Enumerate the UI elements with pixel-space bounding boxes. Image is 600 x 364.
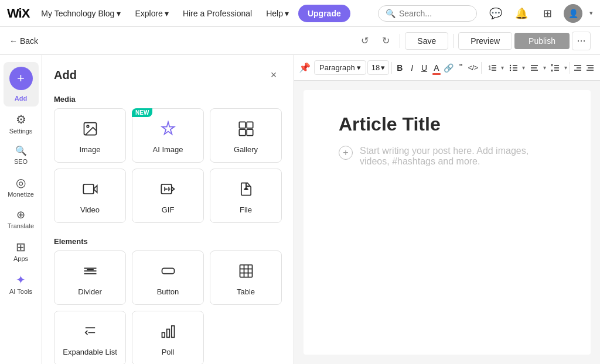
media-card-expandable-list[interactable]: Expandable List bbox=[54, 311, 126, 364]
italic-button[interactable]: I bbox=[407, 60, 418, 76]
divider bbox=[570, 62, 570, 74]
bell-icon[interactable]: 🔔 bbox=[512, 4, 531, 23]
redo-button[interactable]: ↻ bbox=[376, 32, 395, 50]
media-card-gallery[interactable]: Gallery bbox=[210, 108, 282, 163]
search-icon: 🔍 bbox=[386, 9, 396, 18]
site-name-dropdown[interactable]: My Technology Blog ▾ bbox=[36, 6, 125, 20]
nav-explore[interactable]: Explore ▾ bbox=[130, 6, 173, 20]
secondary-toolbar: ← Back ↺ ↻ Save Preview Publish ··· bbox=[0, 27, 600, 55]
video-icon bbox=[82, 181, 98, 201]
ordered-list-dropdown[interactable]: 1. ▾ bbox=[484, 60, 504, 76]
media-card-image-label: Image bbox=[79, 145, 100, 154]
media-card-file[interactable]: File bbox=[210, 169, 282, 223]
poll-icon bbox=[160, 323, 176, 343]
underline-button[interactable]: U bbox=[419, 60, 430, 76]
svg-rect-22 bbox=[162, 332, 165, 337]
article-body-placeholder[interactable]: Start writing your post here. Add images… bbox=[360, 145, 555, 167]
pin-icon[interactable]: 📌 bbox=[299, 62, 311, 73]
unordered-list-dropdown[interactable]: ▾ bbox=[505, 60, 525, 76]
align-dropdown[interactable]: ▾ bbox=[526, 60, 546, 76]
ordered-list-button[interactable]: 1. bbox=[484, 60, 500, 76]
media-card-table[interactable]: Table bbox=[210, 250, 282, 305]
back-arrow-icon: ← bbox=[9, 36, 18, 46]
svg-rect-3 bbox=[247, 122, 253, 128]
divider-icon bbox=[82, 263, 98, 283]
preview-button[interactable]: Preview bbox=[458, 32, 512, 50]
sidebar-monetize-label: Monetize bbox=[8, 191, 34, 198]
sidebar-item-seo[interactable]: 🔍 SEO bbox=[4, 142, 39, 170]
more-options-button[interactable]: ··· bbox=[572, 32, 591, 50]
nav-help-label: Help bbox=[266, 9, 283, 18]
media-card-ai-image[interactable]: NEW AI Image bbox=[132, 108, 204, 163]
grid-icon[interactable]: ⊞ bbox=[538, 4, 557, 23]
indent-right-button[interactable] bbox=[584, 60, 595, 76]
media-card-poll[interactable]: Poll bbox=[132, 311, 204, 364]
sidebar-item-translate[interactable]: ⊕ Translate bbox=[4, 205, 39, 234]
font-size-select[interactable]: 18 ▾ bbox=[367, 60, 389, 75]
divider bbox=[400, 34, 400, 48]
paragraph-label: Paragraph bbox=[319, 63, 355, 72]
bar-actions: ↺ ↻ Save Preview Publish ··· bbox=[355, 32, 591, 50]
media-card-ai-image-label: AI Image bbox=[152, 145, 183, 154]
table-icon bbox=[238, 263, 254, 283]
svg-point-29 bbox=[509, 64, 510, 66]
ai-tools-icon: ✦ bbox=[16, 274, 26, 286]
svg-rect-2 bbox=[239, 122, 246, 128]
chevron-down-icon: ▾ bbox=[381, 63, 385, 72]
nav-help[interactable]: Help ▾ bbox=[261, 6, 294, 20]
add-circle-button[interactable]: + bbox=[9, 67, 33, 90]
wix-logo: WiX bbox=[7, 6, 29, 21]
align-button[interactable] bbox=[526, 60, 543, 76]
article-title[interactable]: Article Title bbox=[339, 114, 555, 135]
sidebar-item-monetize[interactable]: ◎ Monetize bbox=[4, 172, 39, 202]
sidebar-item-apps[interactable]: ⊞ Apps bbox=[4, 236, 39, 267]
sidebar-item-settings[interactable]: ⚙ Settings bbox=[4, 109, 39, 139]
sidebar-item-ai-tools[interactable]: ✦ AI Tools bbox=[4, 269, 39, 300]
font-size-value: 18 bbox=[371, 63, 380, 72]
search-input[interactable] bbox=[399, 9, 469, 18]
link-button[interactable]: 🔗 bbox=[443, 60, 454, 76]
sidebar-translate-label: Translate bbox=[8, 222, 34, 229]
upgrade-button[interactable]: Upgrade bbox=[298, 5, 350, 22]
settings-icon: ⚙ bbox=[16, 114, 26, 125]
media-card-video[interactable]: Video bbox=[54, 169, 126, 223]
line-spacing-button[interactable] bbox=[547, 60, 564, 76]
divider bbox=[453, 34, 454, 48]
save-button[interactable]: Save bbox=[405, 32, 448, 50]
line-spacing-dropdown[interactable]: ▾ bbox=[547, 60, 567, 76]
media-card-button[interactable]: Button bbox=[132, 250, 204, 305]
unordered-list-button[interactable] bbox=[505, 60, 521, 76]
content-area[interactable]: Article Title + Start writing your post … bbox=[304, 90, 591, 355]
svg-rect-14 bbox=[162, 268, 174, 273]
left-sidebar: + Add ⚙ Settings 🔍 SEO ◎ Monetize ⊕ Tran… bbox=[0, 55, 42, 364]
undo-button[interactable]: ↺ bbox=[355, 32, 374, 50]
button-icon bbox=[160, 263, 176, 283]
sidebar-item-add[interactable]: + Add bbox=[4, 62, 39, 107]
site-name-chevron: ▾ bbox=[117, 9, 121, 18]
chevron-down-icon: ▾ bbox=[357, 63, 361, 72]
text-color-button[interactable]: A bbox=[431, 60, 442, 76]
bold-button[interactable]: B bbox=[394, 60, 405, 76]
search-bar[interactable]: 🔍 bbox=[378, 5, 477, 22]
chat-icon[interactable]: 💬 bbox=[486, 4, 505, 23]
media-card-divider[interactable]: Divider bbox=[54, 250, 126, 305]
close-panel-button[interactable]: × bbox=[265, 67, 282, 83]
back-button[interactable]: ← Back bbox=[9, 36, 38, 46]
gallery-icon bbox=[238, 121, 254, 140]
blockquote-button[interactable]: " bbox=[455, 60, 466, 76]
divider bbox=[481, 62, 482, 74]
svg-rect-24 bbox=[171, 326, 174, 338]
new-badge: NEW bbox=[132, 108, 152, 117]
svg-point-31 bbox=[509, 69, 510, 70]
sidebar-ai-tools-label: AI Tools bbox=[9, 288, 32, 295]
paragraph-select[interactable]: Paragraph ▾ bbox=[314, 60, 366, 75]
media-card-poll-label: Poll bbox=[162, 348, 175, 356]
avatar[interactable]: 👤 bbox=[564, 4, 582, 23]
code-button[interactable]: </> bbox=[468, 60, 479, 76]
media-card-gif[interactable]: GIF bbox=[132, 169, 204, 223]
indent-left-button[interactable] bbox=[572, 60, 583, 76]
publish-button[interactable]: Publish bbox=[514, 33, 570, 49]
media-card-image[interactable]: Image bbox=[54, 108, 126, 163]
add-content-button[interactable]: + bbox=[339, 146, 353, 160]
nav-hire[interactable]: Hire a Professional bbox=[178, 6, 257, 20]
